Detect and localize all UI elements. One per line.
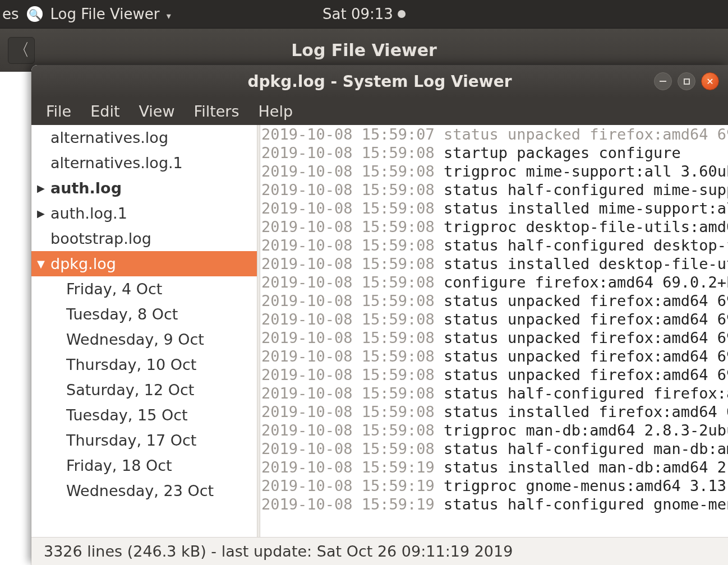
gnome-top-panel: es 🔍 Log File Viewer ▾ Sat 09:13 <box>0 0 728 28</box>
log-timestamp: 2019-10-08 15:59:08 <box>261 163 435 180</box>
log-content-view[interactable]: 2019-10-08 15:59:07 status unpacked fire… <box>260 125 728 537</box>
log-timestamp: 2019-10-08 15:59:08 <box>261 181 435 198</box>
clock-area[interactable]: Sat 09:13 <box>322 6 406 22</box>
log-message: status half-configured firefox:amd <box>435 385 728 402</box>
log-line[interactable]: 2019-10-08 15:59:08 trigproc mime-suppor… <box>260 162 728 180</box>
window-maximize-button[interactable] <box>678 72 695 90</box>
tree-log-row[interactable]: ▼dpkg.log <box>31 251 257 276</box>
recording-dot-icon <box>398 10 406 18</box>
log-timestamp: 2019-10-08 15:59:08 <box>261 440 435 457</box>
log-timestamp: 2019-10-08 15:59:08 <box>261 385 435 402</box>
panel-left-text: es <box>2 6 19 22</box>
tree-row-label: Thursday, 10 Oct <box>66 356 196 373</box>
tree-date-row[interactable]: Tuesday, 8 Oct <box>31 302 257 327</box>
log-line[interactable]: 2019-10-08 15:59:08 status unpacked fire… <box>260 310 728 328</box>
log-message: status installed man-db:amd64 2.8. <box>435 459 728 476</box>
log-line[interactable]: 2019-10-08 15:59:08 trigproc man-db:amd6… <box>260 421 728 439</box>
tree-log-row[interactable]: alternatives.log <box>31 125 257 150</box>
log-message: status half-configured gnome-menus <box>435 495 728 513</box>
log-timestamp: 2019-10-08 15:59:08 <box>261 255 435 272</box>
log-message: status half-configured mime-suppor <box>435 181 728 198</box>
tree-row-label: Tuesday, 8 Oct <box>66 305 178 323</box>
tree-date-row[interactable]: Thursday, 17 Oct <box>31 428 257 453</box>
tree-row-label: Thursday, 17 Oct <box>66 432 196 449</box>
tree-log-row[interactable]: ▶auth.log.1 <box>31 201 257 226</box>
log-line[interactable]: 2019-10-08 15:59:08 configure firefox:am… <box>260 273 728 291</box>
log-line[interactable]: 2019-10-08 15:59:08 status half-configur… <box>260 384 728 402</box>
log-line[interactable]: 2019-10-08 15:59:08 status installed des… <box>260 254 728 273</box>
log-timestamp: 2019-10-08 15:59:08 <box>261 292 435 309</box>
tree-date-row[interactable]: Friday, 4 Oct <box>31 276 257 302</box>
tree-log-row[interactable]: alternatives.log.1 <box>31 150 257 175</box>
menu-edit[interactable]: Edit <box>90 103 119 120</box>
menu-view[interactable]: View <box>139 103 174 120</box>
log-message: startup packages configure <box>435 144 681 161</box>
tree-log-row[interactable]: ▶auth.log <box>31 175 257 201</box>
log-line[interactable]: 2019-10-08 15:59:19 trigproc gnome-menus… <box>260 476 728 495</box>
tree-row-label: alternatives.log <box>50 129 168 146</box>
log-message: configure firefox:amd64 69.0.2+bui <box>435 274 728 291</box>
log-timestamp: 2019-10-08 15:59:08 <box>261 144 435 161</box>
tree-date-row[interactable]: Friday, 18 Oct <box>31 453 257 478</box>
log-line[interactable]: 2019-10-08 15:59:08 status half-configur… <box>260 236 728 254</box>
log-line[interactable]: 2019-10-08 15:59:19 status half-configur… <box>260 495 728 513</box>
log-message: status unpacked firefox:amd64 69.0 <box>435 311 728 328</box>
log-timestamp: 2019-10-08 15:59:19 <box>261 477 435 494</box>
tree-date-row[interactable]: Wednesday, 23 Oct <box>31 478 257 503</box>
menu-file[interactable]: File <box>46 103 71 120</box>
log-timestamp: 2019-10-08 15:59:08 <box>261 329 435 346</box>
tree-log-row[interactable]: bootstrap.log <box>31 226 257 251</box>
log-line[interactable]: 2019-10-08 15:59:08 status installed mim… <box>260 199 728 217</box>
disclosure-open-icon[interactable]: ▼ <box>35 258 47 270</box>
log-line[interactable]: 2019-10-08 15:59:08 trigproc desktop-fil… <box>260 217 728 236</box>
tree-date-row[interactable]: Saturday, 12 Oct <box>31 377 257 402</box>
tree-date-row[interactable]: Tuesday, 15 Oct <box>31 402 257 428</box>
log-message: trigproc man-db:amd64 2.8.3-2ubunt <box>435 422 728 439</box>
log-message: trigproc gnome-menus:amd64 3.13.3- <box>435 477 728 494</box>
statusbar: 3326 lines (246.3 kB) - last update: Sat… <box>31 537 728 565</box>
log-tree-sidebar[interactable]: alternatives.logalternatives.log.1▶auth.… <box>31 125 257 537</box>
background-window-body <box>0 72 31 565</box>
log-line[interactable]: 2019-10-08 15:59:08 status half-configur… <box>260 439 728 458</box>
window-minimize-button[interactable] <box>654 72 672 90</box>
log-line[interactable]: 2019-10-08 15:59:08 status half-configur… <box>260 180 728 199</box>
tree-row-label: dpkg.log <box>50 255 116 272</box>
log-message: trigproc mime-support:all 3.60ubun <box>435 163 728 180</box>
log-timestamp: 2019-10-08 15:59:08 <box>261 200 435 217</box>
log-timestamp: 2019-10-08 15:59:08 <box>261 348 435 365</box>
app-menu-label: Log File Viewer <box>50 6 160 22</box>
app-indicator-icon[interactable]: 🔍 <box>27 6 43 22</box>
log-line[interactable]: 2019-10-08 15:59:08 status unpacked fire… <box>260 347 728 365</box>
disclosure-closed-icon[interactable]: ▶ <box>35 182 47 194</box>
log-line[interactable]: 2019-10-08 15:59:08 status unpacked fire… <box>260 328 728 347</box>
tree-date-row[interactable]: Wednesday, 9 Oct <box>31 327 257 352</box>
log-message: status unpacked firefox:amd64 69.0 <box>435 292 728 309</box>
log-line[interactable]: 2019-10-08 15:59:08 status installed fir… <box>260 402 728 421</box>
log-timestamp: 2019-10-08 15:59:08 <box>261 422 435 439</box>
log-line[interactable]: 2019-10-08 15:59:19 status installed man… <box>260 458 728 476</box>
log-timestamp: 2019-10-08 15:59:19 <box>261 459 435 476</box>
menu-help[interactable]: Help <box>259 103 293 120</box>
log-line-partial: 2019-10-08 15:59:07 status unpacked fire… <box>260 125 728 143</box>
system-log-viewer-window: dpkg.log - System Log Viewer ✕ File Edit… <box>31 65 728 565</box>
log-message: status half-configured man-db:amd6 <box>435 440 728 457</box>
log-line[interactable]: 2019-10-08 15:59:08 status unpacked fire… <box>260 365 728 384</box>
menu-filters[interactable]: Filters <box>194 103 239 120</box>
log-timestamp: 2019-10-08 15:59:08 <box>261 311 435 328</box>
maximize-icon <box>684 78 690 85</box>
log-line[interactable]: 2019-10-08 15:59:08 status unpacked fire… <box>260 291 728 310</box>
window-titlebar[interactable]: dpkg.log - System Log Viewer ✕ <box>31 65 728 98</box>
tree-row-label: Friday, 18 Oct <box>66 457 172 474</box>
window-close-button[interactable]: ✕ <box>701 72 719 90</box>
log-line[interactable]: 2019-10-08 15:59:08 startup packages con… <box>260 143 728 162</box>
log-message: status installed mime-support:all <box>435 200 728 217</box>
log-timestamp: 2019-10-08 15:59:19 <box>261 495 435 513</box>
tree-date-row[interactable]: Thursday, 10 Oct <box>31 352 257 377</box>
log-message: status unpacked firefox:amd64 69.0 <box>435 329 728 346</box>
back-button[interactable]: 〈 <box>8 37 35 64</box>
app-menu-button[interactable]: Log File Viewer ▾ <box>50 6 171 22</box>
clock-label: Sat 09:13 <box>322 6 393 22</box>
log-timestamp: 2019-10-08 15:59:08 <box>261 366 435 383</box>
menubar: File Edit View Filters Help <box>31 98 728 125</box>
disclosure-closed-icon[interactable]: ▶ <box>35 207 47 219</box>
